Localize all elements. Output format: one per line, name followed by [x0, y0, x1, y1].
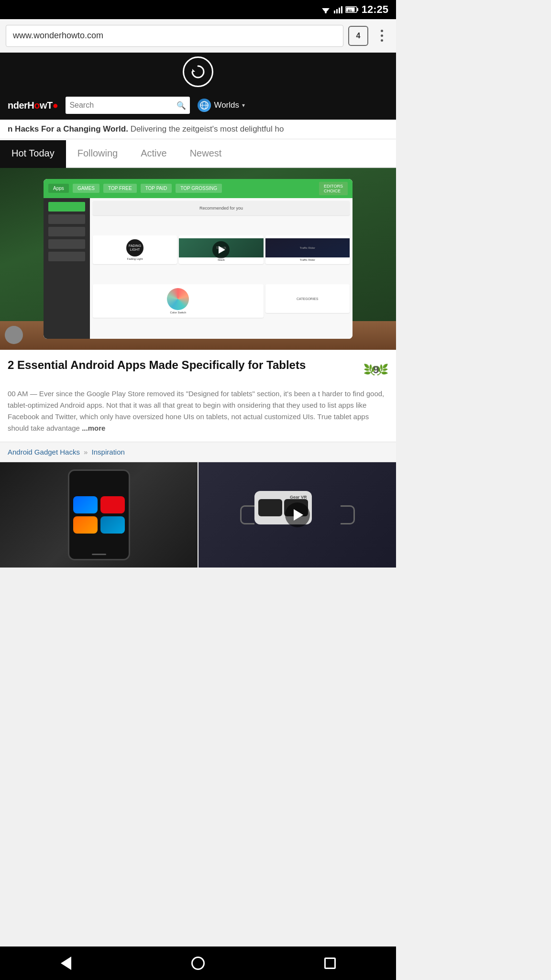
tab-active[interactable]: Active [129, 140, 178, 168]
reload-button[interactable] [183, 56, 213, 87]
sidebar-item-1 [48, 202, 85, 212]
reload-icon [189, 63, 207, 80]
tablet-body: Recommended for you FADINGLIGHT Fading L… [44, 198, 353, 339]
tab-newest[interactable]: Newest [178, 140, 233, 168]
svg-text:81: 81 [348, 9, 352, 13]
reload-overlay [0, 53, 396, 91]
apps-tab: Apps [48, 184, 69, 193]
battery-icon: 81 [345, 6, 359, 13]
vr-lens-left [258, 499, 282, 516]
article-meta: 00 AM — Ever since the Google Play Store… [8, 388, 388, 434]
tagline-text: n Hacks For a Changing World. Delivering… [8, 124, 284, 134]
top-paid-tab: TOP PAID [141, 184, 172, 193]
tab-active-label: Active [141, 148, 166, 159]
article-featured-image: Apps GAMES TOP FREE TOP PAID TOP GROSSIN… [0, 168, 396, 350]
vr-headset-container: Gear VRoculus [254, 491, 341, 539]
vr-strap-right [341, 505, 355, 524]
tablet-mockup: Apps GAMES TOP FREE TOP PAID TOP GROSSIN… [0, 168, 396, 350]
thumb-bg-2: Gear VRoculus [198, 462, 396, 568]
site-header: nderHowT● 🔍 Worlds ▾ [0, 91, 396, 120]
site-logo: nderHowT● [8, 100, 58, 111]
worlds-button[interactable]: Worlds ▾ [198, 99, 245, 112]
globe-svg [200, 101, 209, 110]
search-icon[interactable]: 🔍 [176, 101, 186, 110]
chevron-down-icon: ▾ [242, 102, 245, 109]
search-input[interactable] [69, 101, 176, 110]
url-text: www.wonderhowto.com [13, 31, 103, 41]
logo-wonder: nderH [8, 100, 34, 111]
globe-icon [198, 99, 211, 112]
badge-wreath: 🌿 9 🌿 [364, 357, 388, 382]
signal-icon [334, 6, 342, 13]
svg-rect-6 [341, 6, 342, 13]
status-time: 12:25 [362, 3, 388, 16]
browser-menu-button[interactable] [373, 26, 390, 46]
breadcrumb: Android Gadget Hacks » Inspiration [0, 442, 396, 462]
tablet-screen: Apps GAMES TOP FREE TOP PAID TOP GROSSIN… [44, 179, 353, 339]
bottom-spacer [0, 568, 396, 606]
search-box[interactable]: 🔍 [66, 97, 190, 114]
tagline-description: Delivering the zeitgeist's most delightf… [131, 124, 284, 134]
games-tab: GAMES [73, 184, 99, 193]
logo-text: nderHowT● [8, 100, 58, 111]
app-icon-3 [73, 516, 98, 534]
breadcrumb-category[interactable]: Inspiration [92, 448, 125, 456]
menu-dot-1 [381, 30, 383, 32]
stack-play-overlay[interactable] [212, 241, 230, 258]
logo-w: wT [40, 100, 53, 111]
netflix-icon [100, 496, 125, 513]
vr-play-button[interactable] [285, 502, 310, 527]
article-title: 2 Essential Android Apps Made Specifical… [8, 357, 359, 372]
sidebar-item-4 [48, 239, 85, 249]
article-title-row: 2 Essential Android Apps Made Specifical… [8, 357, 388, 382]
svg-point-2 [325, 11, 327, 13]
editors-choice-badge: EDITORSCHOICE [319, 182, 348, 195]
app-icon-4 [100, 516, 125, 534]
svg-rect-4 [336, 9, 338, 13]
phone-apps-grid [69, 471, 129, 559]
menu-dot-2 [381, 34, 383, 37]
vr-strap-left [240, 505, 254, 524]
thumbnail-grid: Gear VRoculus [0, 462, 396, 568]
top-grossing-tab: TOP GROSSING [176, 184, 222, 193]
breadcrumb-separator: » [84, 448, 88, 456]
categories-card: CATEGORIES [265, 284, 350, 313]
article-description: — Ever since the Google Play Store remov… [8, 390, 384, 432]
tablet-main: Recommended for you FADINGLIGHT Fading L… [90, 198, 353, 339]
user-thumbnail [5, 326, 23, 344]
tab-following-label: Following [77, 148, 118, 159]
svg-rect-3 [334, 11, 335, 13]
sidebar-item-5 [48, 252, 85, 261]
color-switch-card: Color Switch [93, 284, 264, 318]
thumbnail-item-2: Gear VRoculus [198, 462, 396, 568]
wifi-icon [320, 6, 331, 13]
thumbnail-item-1 [0, 462, 198, 568]
menu-dot-3 [381, 39, 383, 42]
svg-marker-11 [192, 69, 195, 72]
sidebar-item-2 [48, 214, 85, 224]
play-triangle-icon [219, 246, 225, 254]
breadcrumb-section[interactable]: Android Gadget Hacks [8, 448, 80, 456]
tablet-sidebar [44, 198, 90, 339]
nav-tabs: Hot Today Following Active Newest [0, 139, 396, 168]
worlds-label: Worlds [214, 100, 239, 110]
traffic-rider-card: Traffic Rider Traffic Rider [265, 235, 350, 264]
tab-count-button[interactable]: 4 [348, 26, 368, 46]
logo-o1: o [34, 100, 40, 111]
sidebar-item-3 [48, 227, 85, 236]
fading-light-card: FADINGLIGHT Fading Light [93, 235, 177, 264]
tagline-bar: n Hacks For a Changing World. Delivering… [0, 120, 396, 139]
badge-number: 9 [373, 364, 379, 376]
tab-hot-today[interactable]: Hot Today [0, 140, 66, 168]
vr-play-triangle-icon [294, 509, 303, 521]
status-icons: 81 12:25 [320, 3, 388, 16]
url-bar[interactable]: www.wonderhowto.com [6, 25, 343, 47]
stack-card: Stack Stack [179, 235, 263, 264]
browser-chrome: www.wonderhowto.com 4 [0, 19, 396, 53]
article-content: 2 Essential Android Apps Made Specifical… [0, 350, 396, 442]
phone-mockup [68, 469, 130, 560]
tab-hot-today-label: Hot Today [11, 148, 55, 159]
read-more-link[interactable]: ...more [82, 424, 105, 432]
recommended-card: Recommended for you [93, 201, 350, 215]
tab-following[interactable]: Following [66, 140, 129, 168]
